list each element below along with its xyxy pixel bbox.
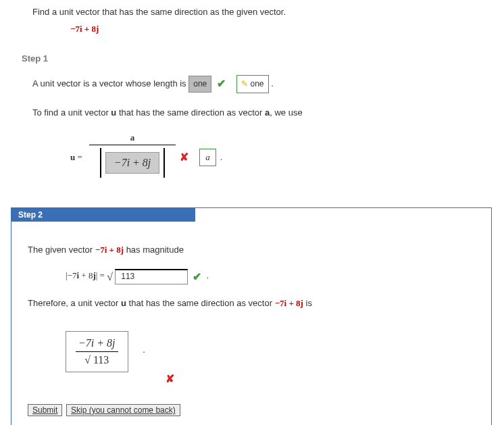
sqrt-icon: √ xyxy=(107,270,113,282)
hint-box-denom: a xyxy=(199,149,216,166)
answer-box-denom[interactable]: −7i + 8j xyxy=(105,152,159,174)
text: has magnitude xyxy=(124,245,184,255)
period: . xyxy=(271,78,274,89)
period: . xyxy=(220,152,223,162)
cross-icon: ✘ xyxy=(180,151,188,164)
hint-box-length: ✎one xyxy=(236,75,269,94)
abs-wrap: −7i + 8j xyxy=(96,148,169,178)
eq-lhs: u = xyxy=(70,152,82,163)
magnitude-line: |−7i + 8j| = √ 113 ✔ . xyxy=(66,269,475,284)
final-answer-row: −7i + 8j √ 113 . ✘ xyxy=(28,322,475,385)
step1-header: Step 1 xyxy=(22,53,504,64)
bulb-icon: ✎ xyxy=(241,79,248,89)
given-vector: −7i + 8j xyxy=(70,24,504,34)
abs-bar-left xyxy=(100,148,101,178)
final-denominator: √ 113 xyxy=(76,352,118,366)
fraction: a −7i + 8j xyxy=(89,131,176,183)
numerator-a: a xyxy=(130,132,135,143)
text: that has the same direction as vector xyxy=(126,298,275,308)
period: . xyxy=(207,270,209,280)
text: Therefore, a unit vector xyxy=(28,298,121,308)
check-icon: ✔ xyxy=(217,78,226,89)
abs-bar-right xyxy=(163,148,165,178)
period: . xyxy=(143,345,145,355)
submit-button[interactable]: Submit xyxy=(28,404,62,416)
step2-header: Step 2 xyxy=(11,208,195,222)
button-row: Submit Skip (you cannot come back) xyxy=(28,404,475,416)
text: , we use xyxy=(270,107,302,118)
final-answer-box[interactable]: −7i + 8j √ 113 xyxy=(66,331,128,372)
mag-lhs: |−7i + 8j| = xyxy=(66,270,107,280)
text: that has the same direction as vector xyxy=(116,107,265,118)
text: The given vector xyxy=(28,245,95,255)
step2-line1: The given vector −7i + 8j has magnitude xyxy=(28,242,475,257)
text: is xyxy=(303,298,312,308)
step1-line1: A unit vector is a vector whose length i… xyxy=(32,74,504,94)
cross-icon: ✘ xyxy=(166,373,174,384)
answer-box-length[interactable]: one xyxy=(188,76,211,93)
step2-panel: Step 2 The given vector −7i + 8j has mag… xyxy=(11,207,492,425)
check-icon: ✔ xyxy=(193,271,201,282)
skip-button[interactable]: Skip (you cannot come back) xyxy=(66,404,180,416)
var-u: u xyxy=(121,298,126,308)
magnitude-input[interactable]: 113 xyxy=(115,269,188,284)
text: A unit vector is a vector whose length i… xyxy=(32,78,188,89)
final-numerator: −7i + 8j xyxy=(76,337,118,352)
question-prompt: Find a unit vector that has the same dir… xyxy=(32,7,504,17)
hint-text: one xyxy=(251,79,264,89)
vector: −7i + 8j xyxy=(95,245,124,255)
step2-line2: Therefore, a unit vector u that has the … xyxy=(28,295,475,311)
vector: −7i + 8j xyxy=(275,298,303,308)
text: To find a unit vector xyxy=(32,107,111,118)
question-block: Find a unit vector that has the same dir… xyxy=(32,7,504,34)
unit-vector-formula: u = a −7i + 8j ✘ a . xyxy=(70,131,504,183)
step1-line2: To find a unit vector u that has the sam… xyxy=(32,105,504,120)
